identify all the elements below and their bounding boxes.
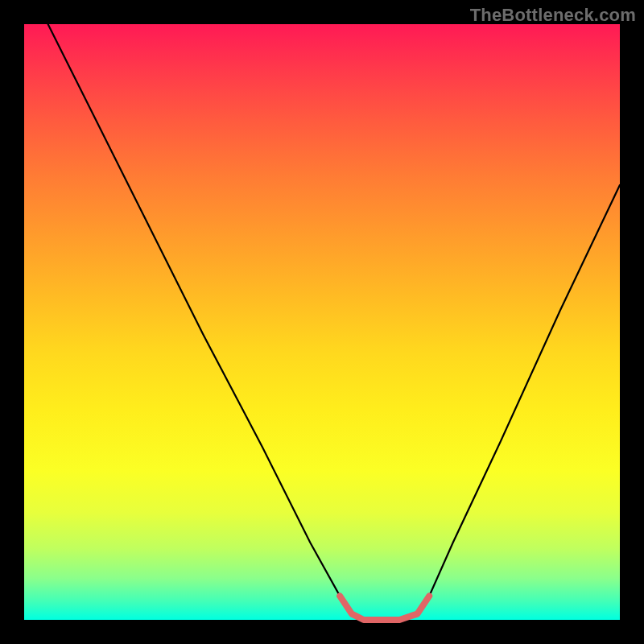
chart-lines: [48, 24, 620, 620]
chart-svg: [0, 0, 644, 644]
bottleneck-curve: [48, 24, 620, 620]
optimal-band: [340, 596, 429, 620]
